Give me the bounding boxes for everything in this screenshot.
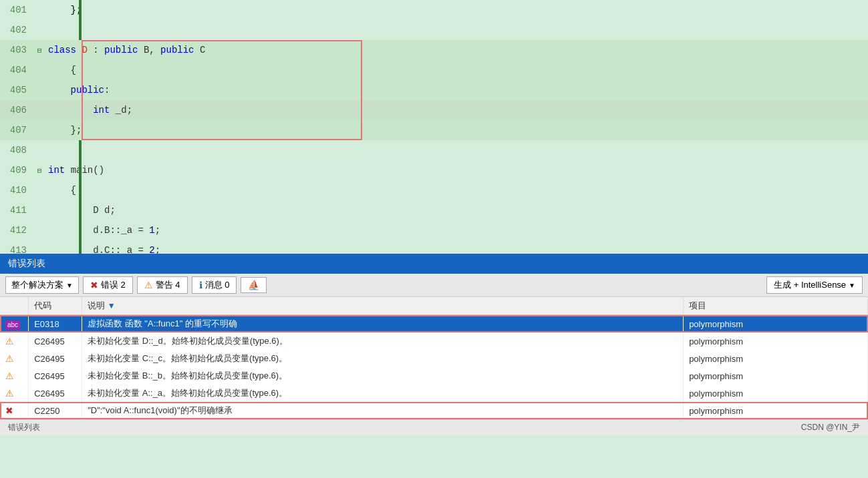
th-code-label: 代码 (34, 300, 51, 310)
row-icon-cell-4: ⚠ (0, 385, 29, 402)
line-content-412: d.B::_a = 1; (45, 225, 868, 236)
build-filter-button[interactable]: 生成 + IntelliSense ▼ (766, 276, 863, 294)
row-project-cell-4: polymorphism (684, 385, 868, 402)
error-count-label: 错误 2 (101, 279, 126, 291)
row-code-cell-0: E0318 (29, 315, 82, 333)
line-content-405: public: (45, 85, 868, 95)
code-line-408: 408 (0, 140, 868, 160)
warning-row-icon-1: ⚠ (5, 336, 14, 346)
line-content-404: { (45, 65, 868, 75)
line-num-411: 411 (0, 205, 33, 216)
line-content-401: }; (45, 5, 868, 15)
row-code-cell-3: C26495 (29, 367, 82, 385)
row-code-cell-2: C26495 (29, 350, 82, 367)
row-desc-cell-1: 未初始化变量 D::_d。始终初始化成员变量(type.6)。 (82, 332, 684, 350)
line-num-406: 406 (0, 105, 33, 115)
row-project-cell-1: polymorphism (684, 332, 868, 350)
error-filter-button[interactable]: ✖ 错误 2 (83, 276, 133, 294)
line-content-409: int main() (45, 165, 868, 176)
warning-row-icon-4: ⚠ (5, 388, 14, 399)
error-table-container: 代码 说明 ▼ 项目 abc E0318 (0, 297, 868, 419)
error-icon: ✖ (90, 280, 98, 290)
error-row-4[interactable]: ⚠ C26495 未初始化变量 A::_a。始终初始化成员变量(type.6)。… (0, 385, 868, 402)
warning-filter-button[interactable]: ⚠ 警告 4 (137, 276, 188, 294)
warning-count-label: 警告 4 (156, 279, 180, 291)
error-row-1[interactable]: ⚠ C26495 未初始化变量 D::_d。始终初始化成员变量(type.6)。… (0, 332, 868, 350)
warning-icon: ⚠ (144, 280, 153, 290)
chevron-down-icon: ▼ (66, 282, 73, 289)
row-desc-0: 虚拟函数 函数 "A::func1" 的重写不明确 (88, 318, 237, 328)
error-panel-title: 错误列表 (8, 258, 45, 268)
bottom-right-label: CSDN @YIN_尹 (801, 422, 860, 433)
error-row-0[interactable]: abc E0318 虚拟函数 函数 "A::func1" 的重写不明确 poly… (0, 315, 868, 333)
code-line-409: 409 ⊟ int main() (0, 160, 868, 180)
row-code-cell-4: C26495 (29, 385, 82, 402)
info-filter-button[interactable]: ℹ 消息 0 (192, 276, 237, 294)
line-num-409: 409 (0, 165, 33, 176)
error-row-2[interactable]: ⚠ C26495 未初始化变量 C::_c。始终初始化成员变量(type.6)。… (0, 350, 868, 367)
bottom-left-label: 错误列表 (8, 422, 40, 433)
warning-row-icon-3: ⚠ (5, 371, 14, 381)
gutter-403: ⊟ (33, 46, 45, 55)
th-desc-label: 说明 (88, 300, 105, 310)
line-num-413: 413 (0, 245, 33, 254)
error-row-5[interactable]: ✖ C2250 "D":"void A::func1(void)"的不明确继承 … (0, 402, 868, 419)
filter-icon: ⛵ (248, 280, 259, 290)
row-desc-cell-3: 未初始化变量 B::_b。始终初始化成员变量(type.6)。 (82, 367, 684, 385)
line-content-403: class D : public B, public C (45, 45, 868, 55)
line-num-402: 402 (0, 25, 33, 35)
row-icon-cell-3: ⚠ (0, 367, 29, 385)
sort-desc-icon: ▼ (108, 301, 116, 310)
code-line-407: 407 }; (0, 120, 868, 140)
code-line-402: 402 (0, 20, 868, 40)
error-row-3[interactable]: ⚠ C26495 未初始化变量 B::_b。始终初始化成员变量(type.6)。… (0, 367, 868, 385)
info-count-label: 消息 0 (205, 279, 230, 291)
row-desc-cell-5: "D":"void A::func1(void)"的不明确继承 (82, 402, 684, 419)
row-icon-cell-0: abc (0, 315, 29, 333)
row-project-cell-5: polymorphism (684, 402, 868, 419)
line-content-410: { (45, 185, 868, 196)
code-line-413: 413 d.C::_a = 2; (0, 240, 868, 254)
line-num-401: 401 (0, 5, 33, 15)
th-project[interactable]: 项目 (684, 297, 868, 315)
line-num-410: 410 (0, 185, 33, 196)
line-num-408: 408 (0, 145, 33, 156)
row-project-cell-3: polymorphism (684, 367, 868, 385)
line-content-411: D d; (45, 205, 868, 216)
code-line-403: 403 ⊟ class D : public B, public C (0, 40, 868, 60)
error-table: 代码 说明 ▼ 项目 abc E0318 (0, 297, 868, 419)
code-line-410: 410 { (0, 180, 868, 200)
custom-filter-button[interactable]: ⛵ (241, 277, 267, 293)
row-code-0: E0318 (34, 319, 59, 329)
line-content-407: }; (45, 125, 868, 136)
code-line-411: 411 D d; (0, 200, 868, 220)
th-icon (0, 297, 29, 315)
abc-icon: abc (5, 320, 20, 329)
code-editor: 401 }; 402 403 ⊟ class D : public B, pub… (0, 0, 868, 254)
bottom-bar: 错误列表 CSDN @YIN_尹 (0, 419, 868, 435)
row-desc-cell-4: 未初始化变量 A::_a。始终初始化成员变量(type.6)。 (82, 385, 684, 402)
filter-label: 整个解决方案 (11, 279, 63, 291)
th-desc[interactable]: 说明 ▼ (82, 297, 684, 315)
code-line-406: 406 int _d; (0, 100, 868, 120)
build-label: 生成 + IntelliSense (774, 279, 846, 291)
row-icon-cell-1: ⚠ (0, 332, 29, 350)
code-line-401: 401 }; (0, 0, 868, 20)
line-num-403: 403 (0, 45, 33, 55)
error-panel-header: 错误列表 (0, 254, 868, 274)
th-project-label: 项目 (689, 300, 706, 310)
error-row-icon-5: ✖ (5, 405, 13, 416)
line-num-407: 407 (0, 125, 33, 136)
line-num-412: 412 (0, 225, 33, 236)
row-code-cell-1: C26495 (29, 332, 82, 350)
line-num-404: 404 (0, 65, 33, 75)
th-code[interactable]: 代码 (29, 297, 82, 315)
code-line-405: 405 public: (0, 80, 868, 100)
filter-dropdown[interactable]: 整个解决方案 ▼ (5, 276, 79, 294)
warning-row-icon-2: ⚠ (5, 353, 14, 364)
row-desc-cell-2: 未初始化变量 C::_c。始终初始化成员变量(type.6)。 (82, 350, 684, 367)
code-line-412: 412 d.B::_a = 1; (0, 220, 868, 240)
row-project-0: polymorphism (689, 319, 743, 329)
line-content-406: int _d; (45, 105, 868, 115)
row-project-cell-2: polymorphism (684, 350, 868, 367)
